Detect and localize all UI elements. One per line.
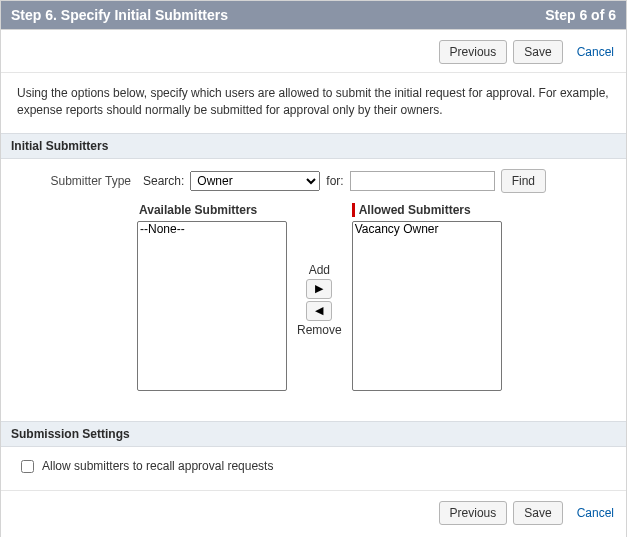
available-listbox[interactable]: --None-- [137, 221, 287, 391]
available-title: Available Submitters [137, 203, 287, 217]
recall-checkbox-label: Allow submitters to recall approval requ… [42, 459, 273, 473]
for-label: for: [326, 174, 343, 188]
save-button-bottom[interactable]: Save [513, 501, 562, 525]
dual-listbox: Available Submitters --None-- Add ▶ ◀ Re… [17, 203, 610, 391]
previous-button-top[interactable]: Previous [439, 40, 508, 64]
find-button[interactable]: Find [501, 169, 546, 193]
save-button-top[interactable]: Save [513, 40, 562, 64]
add-label: Add [309, 263, 330, 277]
submission-settings-header: Submission Settings [1, 421, 626, 447]
allowed-title: Allowed Submitters [352, 203, 502, 217]
allowed-listbox[interactable]: Vacancy Owner [352, 221, 502, 391]
previous-button-bottom[interactable]: Previous [439, 501, 508, 525]
arrow-right-icon: ▶ [315, 283, 323, 294]
search-label: Search: [143, 174, 184, 188]
wizard-title: Step 6. Specify Initial Submitters [11, 7, 228, 23]
submitter-type-label: Submitter Type [17, 174, 137, 188]
initial-submitters-header: Initial Submitters [1, 133, 626, 159]
submitter-type-row: Submitter Type Search: Owner for: Find [17, 169, 610, 193]
bottom-action-bar: Previous Save Cancel [1, 490, 626, 537]
search-type-select[interactable]: Owner [190, 171, 320, 191]
remove-label: Remove [297, 323, 342, 337]
remove-button[interactable]: ◀ [306, 301, 332, 321]
top-action-bar: Previous Save Cancel [1, 30, 626, 73]
description-text: Using the options below, specify which u… [1, 73, 626, 133]
allowed-column: Allowed Submitters Vacancy Owner [352, 203, 502, 391]
cancel-link-top[interactable]: Cancel [577, 45, 614, 59]
mover-controls: Add ▶ ◀ Remove [297, 203, 342, 337]
available-option-none[interactable]: --None-- [138, 222, 286, 237]
wizard-header: Step 6. Specify Initial Submitters Step … [1, 1, 626, 30]
allowed-option-0[interactable]: Vacancy Owner [353, 222, 501, 237]
initial-submitters-body: Submitter Type Search: Owner for: Find A… [1, 159, 626, 421]
add-button[interactable]: ▶ [306, 279, 332, 299]
wizard-container: Step 6. Specify Initial Submitters Step … [0, 0, 627, 537]
cancel-link-bottom[interactable]: Cancel [577, 506, 614, 520]
submission-settings-body: Allow submitters to recall approval requ… [1, 447, 626, 490]
recall-checkbox[interactable] [21, 460, 34, 473]
search-for-input[interactable] [350, 171, 495, 191]
available-column: Available Submitters --None-- [137, 203, 287, 391]
arrow-left-icon: ◀ [315, 305, 323, 316]
step-indicator: Step 6 of 6 [545, 7, 616, 23]
